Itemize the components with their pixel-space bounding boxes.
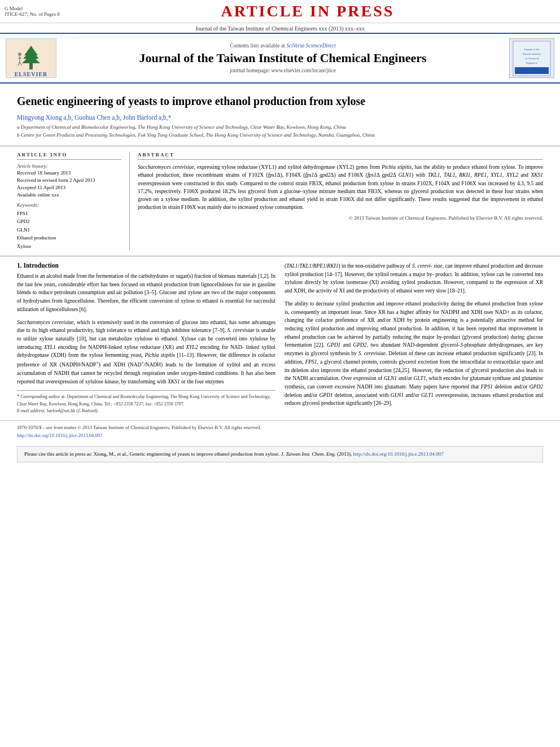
article-info-col: ARTICLE INFO Article history: Received 1… (17, 152, 130, 250)
abstract-text: Saccharomyces cerevisiae, expressing xyl… (138, 163, 543, 212)
article-in-press-title: ARTICLE IN PRESS (60, 2, 555, 20)
body-left-col: 1. Introduction Ethanol is an alcohol ma… (17, 262, 275, 414)
intro-paragraph-2: Saccharomyces cerevisiae, which is exten… (17, 318, 275, 386)
model-label: G Model JTICE-627; No. of Pages 8 (5, 6, 60, 17)
authors: Mingyong Xiong a,b, Guohua Chen a,b, Joh… (17, 114, 543, 121)
svg-line-7 (18, 62, 20, 65)
citation-journal: J. Taiwan Inst. Chem. Eng. (281, 451, 336, 457)
svg-text:Journal of the: Journal of the (524, 48, 540, 51)
info-abstract-section: ARTICLE INFO Article history: Received 1… (0, 146, 560, 256)
sciverse-link[interactable]: SciVerse ScienceDirect (286, 43, 335, 49)
keyword-4: Ethanol production (17, 234, 121, 242)
bottom-bar: 1876-1070/$ – see front matter © 2013 Ta… (0, 420, 560, 443)
top-banner: G Model JTICE-627; No. of Pages 8 ARTICL… (0, 0, 560, 23)
citation-doi-link[interactable]: http://dx.doi.org/10.1016/j.jtice.2013.0… (353, 451, 444, 457)
svg-text:Taiwan Institute: Taiwan Institute (523, 53, 541, 55)
journal-homepage: journal homepage: www.elsevier.com/locat… (62, 68, 504, 73)
svg-text:of Chemical: of Chemical (525, 57, 539, 60)
elsevier-text: ELSEVIER (15, 71, 48, 77)
svg-line-8 (20, 62, 21, 65)
journal-ref-text: Journal of the Taiwan Institute of Chemi… (195, 25, 365, 32)
article-title: Genetic engineering of yeasts to improve… (17, 94, 543, 108)
history-label: Article history: (17, 163, 121, 169)
footnote: * Corresponding author at: Department of… (17, 390, 275, 414)
main-body: 1. Introduction Ethanol is an alcohol ma… (0, 256, 560, 420)
keywords-label: Keywords: (17, 202, 121, 208)
affiliation-b: b Centre for Green Products and Processi… (17, 132, 543, 138)
keyword-5: Xylose (17, 242, 121, 250)
svg-text:Engineers: Engineers (526, 62, 537, 64)
keyword-3: GLN1 (17, 226, 121, 234)
journal-cover-icon: Journal of the Taiwan Institute of Chemi… (512, 40, 552, 77)
journal-thumbnail: Journal of the Taiwan Institute of Chemi… (509, 38, 554, 78)
article-info-header: ARTICLE INFO (17, 152, 121, 160)
journal-header: ELSEVIER Contents lists available at Sci… (0, 33, 560, 84)
elsevier-tree-icon (14, 43, 48, 71)
citation-year: (2013), (337, 451, 352, 457)
keyword-1: FPS1 (17, 209, 121, 217)
abstract-col: ABSTRACT Saccharomyces cerevisiae, expre… (130, 152, 543, 250)
body-right-col: (TAL1/TKL1/RPE1/RKI1) in the non-oxidati… (285, 262, 543, 414)
intro-title: 1. Introduction (17, 262, 275, 269)
revised-date: Received in revised form 2 April 2013 (17, 177, 121, 183)
elsevier-logo-box: ELSEVIER (6, 38, 56, 78)
right-paragraph-1: (TAL1/TKL1/RPE1/RKI1) in the non-oxidati… (285, 262, 543, 295)
affiliation-a: a Department of Chemical and Biomolecula… (17, 124, 543, 130)
contents-line: Contents lists available at SciVerse Sci… (62, 43, 504, 49)
intro-paragraph-1: Ethanol is an alcohol made from the ferm… (17, 272, 275, 314)
right-paragraph-2: The ability to decrease xylitol producti… (285, 300, 543, 408)
journal-title-bar: Journal of the Taiwan Institute of Chemi… (0, 23, 560, 33)
available-online: Available online xxx (17, 192, 121, 198)
journal-name: Journal of the Taiwan Institute of Chemi… (62, 51, 504, 65)
abstract-header: ABSTRACT (138, 152, 543, 160)
svg-rect-15 (515, 67, 549, 74)
svg-rect-0 (29, 63, 33, 69)
journal-header-center: Contents lists available at SciVerse Sci… (62, 43, 504, 73)
received-date: Received 18 January 2013 (17, 170, 121, 176)
accepted-date: Accepted 11 April 2013 (17, 185, 121, 190)
doi-link[interactable]: http://dx.doi.org/10.1016/j.jtice.2013.0… (17, 433, 102, 438)
abstract-copyright: © 2013 Taiwan Institute of Chemical Engi… (138, 215, 543, 221)
citation-box: Please cite this article in press as: Xi… (17, 446, 543, 462)
article-title-section: Genetic engineering of yeasts to improve… (0, 84, 560, 146)
abstract-species: Saccharomyces cerevisiae (138, 164, 194, 170)
keyword-2: GPD2 (17, 217, 121, 225)
svg-point-4 (18, 53, 21, 56)
